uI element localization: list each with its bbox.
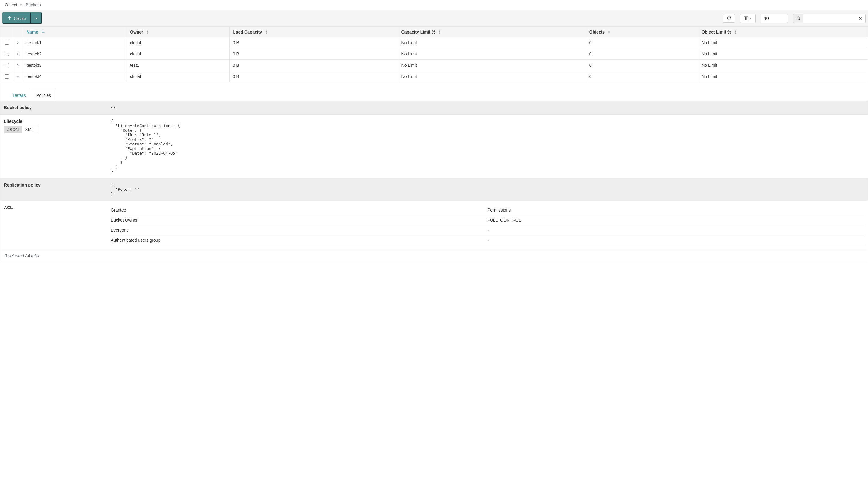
acl-row: Authenticated users group- xyxy=(111,235,864,245)
columns-button[interactable] xyxy=(740,14,756,23)
cell-capacity-limit: No Limit xyxy=(398,60,586,71)
row-checkbox[interactable] xyxy=(4,41,9,45)
cell-used-capacity: 0 B xyxy=(229,71,398,82)
tab-details[interactable]: Details xyxy=(8,90,31,101)
acl-grantee: Everyone xyxy=(111,225,487,235)
row-checkbox-cell xyxy=(0,71,13,82)
header-capacity-limit[interactable]: Capacity Limit % ▲▼ xyxy=(398,27,586,37)
svg-point-1 xyxy=(797,17,800,19)
breadcrumb-separator: » xyxy=(20,2,23,7)
cell-objects: 0 xyxy=(586,60,698,71)
lifecycle-json-option[interactable]: JSON xyxy=(4,126,22,133)
cell-capacity-limit: No Limit xyxy=(398,37,586,49)
lifecycle-label: Lifecycle xyxy=(4,119,103,124)
row-checkbox-cell xyxy=(0,60,13,71)
chevron-down-icon xyxy=(16,75,19,78)
bucket-policy-row: Bucket policy {} xyxy=(0,101,868,115)
acl-header-grantee: Grantee xyxy=(111,205,487,215)
replication-row: Replication policy { "Role": "" } xyxy=(0,178,868,201)
svg-rect-0 xyxy=(744,17,748,20)
search-group xyxy=(793,14,866,23)
detail-tabs: Details Policies xyxy=(0,90,868,101)
sort-icon: ▲▼ xyxy=(608,30,610,34)
create-button[interactable]: Create xyxy=(2,13,31,24)
caret-down-icon xyxy=(749,17,752,19)
acl-row: ACL Grantee Permissions Bucket OwnerFULL… xyxy=(0,201,868,250)
chevron-right-icon xyxy=(16,52,19,55)
row-expand-toggle[interactable] xyxy=(13,49,24,60)
cell-name: test-ck2 xyxy=(24,49,127,60)
breadcrumb: Object » Buckets xyxy=(0,0,868,10)
lifecycle-xml-option[interactable]: XML xyxy=(22,126,37,133)
search-input[interactable] xyxy=(803,14,855,23)
sort-icon: ▲▼ xyxy=(734,30,737,34)
chevron-right-icon xyxy=(16,64,19,67)
chevron-right-icon xyxy=(16,41,19,44)
buckets-table: Name Owner ▲▼ Used Capacity ▲▼ Capacity … xyxy=(0,27,868,82)
table-row: test-ck2ckulal0 BNo Limit0No Limit xyxy=(0,49,868,60)
header-owner[interactable]: Owner ▲▼ xyxy=(127,27,230,37)
acl-table-wrapper: Grantee Permissions Bucket OwnerFULL_CON… xyxy=(107,201,868,250)
lifecycle-row: Lifecycle JSON XML { "LifecycleConfigura… xyxy=(0,115,868,178)
breadcrumb-buckets[interactable]: Buckets xyxy=(26,2,41,7)
row-checkbox[interactable] xyxy=(4,52,9,56)
page-size-input[interactable] xyxy=(761,14,788,23)
header-objects[interactable]: Objects ▲▼ xyxy=(586,27,698,37)
row-expand-toggle[interactable] xyxy=(13,71,24,82)
cell-capacity-limit: No Limit xyxy=(398,71,586,82)
cell-used-capacity: 0 B xyxy=(229,60,398,71)
lifecycle-value: { "LifecycleConfiguration": { "Rule": { … xyxy=(107,115,868,178)
table-row: testbkt3test10 BNo Limit0No Limit xyxy=(0,60,868,71)
cell-owner: ckulal xyxy=(127,37,230,49)
search-icon-box xyxy=(793,14,803,23)
tab-policies[interactable]: Policies xyxy=(31,90,56,101)
header-object-limit[interactable]: Object Limit % ▲▼ xyxy=(699,27,868,37)
cell-used-capacity: 0 B xyxy=(229,37,398,49)
acl-permission: - xyxy=(487,225,864,235)
toolbar: Create xyxy=(0,10,868,27)
search-clear-button[interactable] xyxy=(855,14,866,23)
cell-owner: test1 xyxy=(127,60,230,71)
cell-used-capacity: 0 B xyxy=(229,49,398,60)
header-owner-label: Owner xyxy=(130,29,143,35)
table-row: testbkt4ckulal0 BNo Limit0No Limit xyxy=(0,71,868,82)
create-dropdown-toggle[interactable] xyxy=(31,13,42,24)
caret-down-icon xyxy=(34,16,38,21)
replication-value: { "Role": "" } xyxy=(107,178,868,200)
header-used-capacity[interactable]: Used Capacity ▲▼ xyxy=(229,27,398,37)
cell-capacity-limit: No Limit xyxy=(398,49,586,60)
row-checkbox-cell xyxy=(0,37,13,49)
header-name[interactable]: Name xyxy=(24,27,127,37)
row-checkbox[interactable] xyxy=(4,63,9,67)
row-expand-toggle[interactable] xyxy=(13,60,24,71)
breadcrumb-object[interactable]: Object xyxy=(5,2,17,7)
acl-permission: - xyxy=(487,235,864,245)
acl-table: Grantee Permissions Bucket OwnerFULL_CON… xyxy=(111,205,864,245)
header-name-label: Name xyxy=(27,29,38,35)
search-icon xyxy=(796,16,801,21)
bucket-policy-label: Bucket policy xyxy=(0,101,107,114)
acl-grantee: Bucket Owner xyxy=(111,215,487,225)
sort-icon: ▲▼ xyxy=(146,30,149,34)
detail-panel: Details Policies Bucket policy {} Lifecy… xyxy=(0,82,868,250)
cell-object-limit: No Limit xyxy=(699,60,868,71)
cell-owner: ckulal xyxy=(127,71,230,82)
header-capacity-limit-label: Capacity Limit % xyxy=(401,29,435,35)
cell-objects: 0 xyxy=(586,37,698,49)
sort-icon: ▲▼ xyxy=(438,30,441,34)
header-expand-cell xyxy=(13,27,24,37)
refresh-button[interactable] xyxy=(723,14,735,23)
acl-label: ACL xyxy=(0,201,107,250)
bucket-policy-value: {} xyxy=(107,101,868,114)
create-button-label: Create xyxy=(14,16,26,21)
cell-object-limit: No Limit xyxy=(699,71,868,82)
header-checkbox-cell xyxy=(0,27,13,37)
row-expand-toggle[interactable] xyxy=(13,37,24,49)
header-used-capacity-label: Used Capacity xyxy=(233,29,262,35)
plus-icon xyxy=(7,15,12,20)
create-button-group: Create xyxy=(2,13,42,24)
cell-objects: 0 xyxy=(586,49,698,60)
cell-object-limit: No Limit xyxy=(699,49,868,60)
cell-owner: ckulal xyxy=(127,49,230,60)
row-checkbox[interactable] xyxy=(4,74,9,79)
